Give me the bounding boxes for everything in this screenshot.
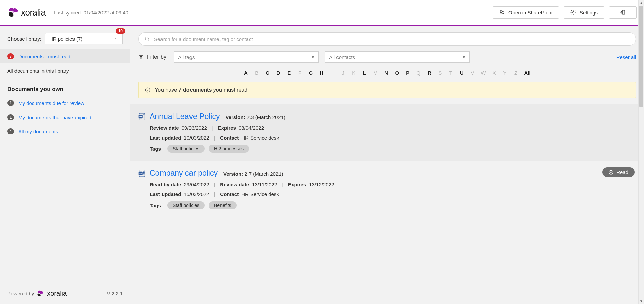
- alpha-letter-d[interactable]: D: [276, 70, 281, 76]
- must-read-banner: You have 7 documents you must read: [138, 82, 636, 98]
- alpha-letter-b: B: [254, 70, 259, 76]
- settings-button[interactable]: Settings: [564, 6, 604, 19]
- alpha-letter-h[interactable]: H: [319, 70, 324, 76]
- svg-point-3: [12, 11, 14, 13]
- banner-text: You have 7 documents you must read: [155, 87, 247, 93]
- scroll-up-arrow-icon[interactable]: ▲: [639, 0, 644, 6]
- caret-down-icon: ▾: [312, 54, 314, 60]
- alphabet-filter: ABCDEFGHIJKLMNOPQRSTUVWXYZAll: [130, 66, 644, 82]
- scroll-thumb[interactable]: [639, 6, 643, 107]
- alpha-letter-all[interactable]: All: [524, 70, 531, 76]
- doc-meta-item: ContactHR Service desk: [220, 191, 279, 197]
- filter-tags-value: All tags: [178, 54, 195, 60]
- meta-separator: |: [214, 135, 215, 141]
- alpha-letter-c[interactable]: C: [265, 70, 270, 76]
- library-count-badge: 10: [116, 28, 125, 34]
- alpha-letter-z: Z: [514, 70, 518, 76]
- doc-meta-item: Read by date29/04/2022: [150, 182, 209, 187]
- brand-name: xoralia: [21, 7, 46, 18]
- filter-icon: [138, 54, 144, 60]
- sidebar-item-all-documents[interactable]: All documents in this library: [0, 63, 130, 79]
- check-circle-icon: [608, 170, 614, 175]
- scroll-down-arrow-icon[interactable]: ▼: [639, 298, 644, 304]
- document-version: Version: 2.7 (March 2021): [223, 171, 283, 177]
- doc-meta-item: Last updated15/03/2022: [150, 191, 209, 197]
- caret-down-icon: ▾: [463, 54, 465, 60]
- must-read-label: Documents I must read: [18, 54, 70, 59]
- document-title-link[interactable]: Company car policy: [150, 169, 218, 178]
- powered-by-label: Powered by: [7, 291, 34, 296]
- alpha-letter-n[interactable]: N: [384, 70, 388, 76]
- alpha-letter-r[interactable]: R: [427, 70, 432, 76]
- open-in-sharepoint-button[interactable]: Open in SharePoint: [493, 6, 559, 19]
- doc-meta-item: Expires08/04/2022: [218, 125, 264, 131]
- sidebar: Choose library: HR policies (7) 10 7 Doc…: [0, 26, 130, 304]
- doc-meta-item: Review date13/11/2022: [220, 182, 277, 187]
- alpha-letter-x: X: [492, 70, 497, 76]
- sidebar-footer: Powered by xoralia V 2.2.1: [0, 284, 130, 304]
- footer-logo-icon: [37, 290, 44, 297]
- doc-tag[interactable]: Benefits: [209, 201, 237, 209]
- last-synced-label: Last synced: 01/04/2022 at 09:40: [54, 10, 128, 16]
- alpha-letter-m: M: [373, 70, 378, 76]
- reset-all-link[interactable]: Reset all: [616, 54, 636, 60]
- all-my-count: 4: [7, 128, 14, 134]
- svg-point-13: [145, 37, 148, 40]
- doc-tag[interactable]: Staff policies: [167, 201, 205, 209]
- svg-text:W: W: [139, 172, 142, 175]
- alpha-letter-l[interactable]: L: [362, 70, 367, 76]
- settings-label: Settings: [580, 10, 598, 16]
- filter-contacts-dropdown[interactable]: All contacts ▾: [325, 51, 470, 63]
- alpha-letter-j: J: [341, 70, 345, 76]
- search-box[interactable]: [138, 32, 636, 46]
- document-title-link[interactable]: Annual Leave Policy: [150, 112, 220, 121]
- search-icon: [145, 36, 150, 42]
- filter-tags-dropdown[interactable]: All tags ▾: [174, 51, 319, 63]
- alpha-letter-o[interactable]: O: [394, 70, 399, 76]
- svg-point-6: [500, 12, 502, 14]
- library-selector-row: Choose library: HR policies (7) 10: [0, 26, 130, 49]
- alpha-letter-q: Q: [416, 70, 421, 76]
- sidebar-item-all-my[interactable]: 4 All my documents: [0, 124, 130, 139]
- sidebar-item-must-read[interactable]: 7 Documents I must read: [0, 49, 130, 63]
- must-read-count: 7: [7, 53, 14, 59]
- alpha-letter-f: F: [297, 70, 302, 76]
- search-input[interactable]: [154, 36, 630, 42]
- doc-tag[interactable]: HR processes: [209, 145, 249, 153]
- alpha-letter-a[interactable]: A: [243, 70, 248, 76]
- alpha-letter-g[interactable]: G: [308, 70, 313, 76]
- alpha-letter-s: S: [438, 70, 442, 76]
- expired-label: My documents that have expired: [18, 115, 91, 120]
- svg-point-12: [40, 293, 41, 294]
- filter-by-label: Filter by:: [147, 54, 168, 60]
- doc-meta-item: Review date09/03/2022: [150, 125, 207, 131]
- expired-count: 1: [7, 114, 14, 120]
- vertical-scrollbar[interactable]: ▲ ▼: [638, 0, 644, 304]
- due-review-count: 1: [7, 100, 14, 106]
- panel-expand-icon: [620, 9, 626, 16]
- sidebar-item-due-review[interactable]: 1 My documents due for review: [0, 96, 130, 110]
- alpha-letter-k: K: [351, 70, 356, 76]
- alpha-letter-w: W: [481, 70, 486, 76]
- choose-library-label: Choose library:: [7, 36, 41, 42]
- library-dropdown[interactable]: HR policies (7): [45, 33, 123, 44]
- alpha-letter-p[interactable]: P: [405, 70, 410, 76]
- doc-meta-item: Expires13/12/2022: [288, 182, 334, 187]
- due-review-label: My documents due for review: [18, 100, 84, 106]
- main-content: Filter by: All tags ▾ All contacts ▾ Res…: [130, 26, 644, 304]
- sidebar-item-expired[interactable]: 1 My documents that have expired: [0, 110, 130, 124]
- panel-toggle-button[interactable]: [609, 6, 637, 19]
- alpha-letter-y: Y: [503, 70, 507, 76]
- doc-meta-item: Last updated10/03/2022: [150, 135, 209, 141]
- alpha-letter-i: I: [330, 70, 334, 76]
- open-in-sharepoint-label: Open in SharePoint: [508, 10, 553, 16]
- document-card: Read W Company car policy Version: 2.7 (…: [130, 161, 644, 217]
- logo-icon: [7, 7, 19, 18]
- doc-tag[interactable]: Staff policies: [167, 145, 205, 153]
- read-status-badge: Read: [602, 167, 635, 177]
- alpha-letter-t: T: [448, 70, 453, 76]
- alpha-letter-e[interactable]: E: [287, 70, 291, 76]
- svg-text:W: W: [139, 115, 142, 118]
- alpha-letter-u[interactable]: U: [459, 70, 464, 76]
- meta-separator: |: [214, 191, 215, 197]
